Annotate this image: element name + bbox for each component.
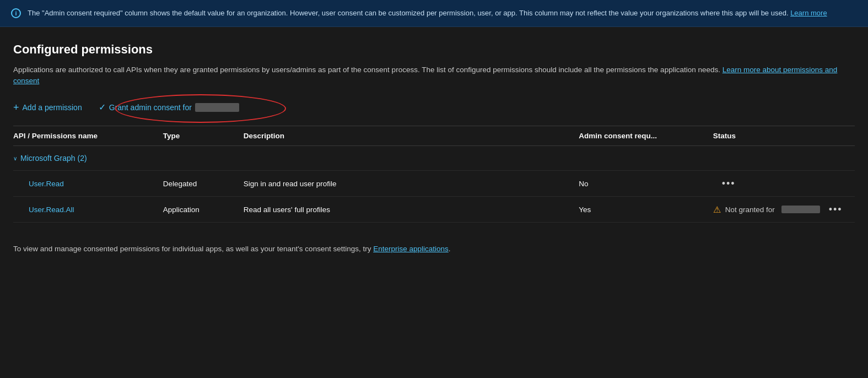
table-body: ∨ Microsoft Graph (2) User.Read Delegate… bbox=[13, 146, 855, 223]
footer-text: To view and manage consented permissions… bbox=[13, 245, 371, 253]
permissions-table: API / Permissions name Type Description … bbox=[13, 126, 855, 223]
checkmark-icon: ✓ bbox=[99, 102, 106, 112]
table-header: API / Permissions name Type Description … bbox=[13, 126, 855, 146]
user-read-all-description: Read all users' full profiles bbox=[241, 197, 577, 223]
user-read-description: Sign in and read user profile bbox=[241, 171, 577, 197]
banner-text: The "Admin consent required" column show… bbox=[28, 8, 827, 19]
user-read-status-cell: ••• bbox=[713, 177, 848, 190]
add-permission-label: Add a permission bbox=[23, 103, 82, 112]
col-description: Description bbox=[241, 126, 577, 146]
user-read-all-type: Application bbox=[161, 197, 241, 223]
toolbar: + Add a permission ✓ Grant admin consent… bbox=[13, 99, 855, 116]
col-api-name: API / Permissions name bbox=[13, 126, 161, 146]
banner-learn-more-link[interactable]: Learn more bbox=[790, 9, 827, 17]
grant-admin-consent-button[interactable]: ✓ Grant admin consent for bbox=[92, 99, 246, 116]
user-read-type: Delegated bbox=[161, 171, 241, 197]
info-icon: i bbox=[11, 8, 21, 18]
main-content: Configured permissions Applications are … bbox=[0, 27, 868, 267]
add-permission-button[interactable]: + Add a permission bbox=[13, 99, 88, 116]
table-row-user-read: User.Read Delegated Sign in and read use… bbox=[13, 171, 855, 197]
not-granted-text: Not granted for bbox=[725, 206, 775, 214]
table-row-user-read-all: User.Read.All Application Read all users… bbox=[13, 197, 855, 223]
chevron-down-icon: ∨ bbox=[13, 155, 17, 161]
user-read-admin-consent: No bbox=[576, 171, 710, 197]
footer: To view and manage consented permissions… bbox=[13, 245, 855, 253]
user-read-all-status-cell: ⚠ Not granted for ••• bbox=[713, 203, 848, 215]
page-title: Configured permissions bbox=[13, 42, 855, 57]
col-status: Status bbox=[711, 126, 855, 146]
warning-icon: ⚠ bbox=[713, 204, 721, 215]
info-banner: i The "Admin consent required" column sh… bbox=[0, 0, 868, 27]
user-read-all-admin-consent: Yes bbox=[576, 197, 710, 223]
user-read-all-more-options-button[interactable]: ••• bbox=[824, 203, 847, 215]
col-admin-consent: Admin consent requ... bbox=[576, 126, 710, 146]
col-type: Type bbox=[161, 126, 241, 146]
tenant-name-redacted-small bbox=[781, 206, 820, 213]
user-read-link[interactable]: User.Read bbox=[29, 180, 64, 188]
page-description: Applications are authorized to call APIs… bbox=[13, 64, 855, 87]
plus-icon: + bbox=[13, 102, 19, 112]
microsoft-graph-group-link[interactable]: Microsoft Graph (2) bbox=[20, 154, 87, 163]
tenant-name-redacted bbox=[195, 103, 239, 112]
grant-admin-label: Grant admin consent for bbox=[109, 103, 192, 112]
enterprise-applications-link[interactable]: Enterprise applications bbox=[373, 245, 449, 253]
group-row-microsoft-graph: ∨ Microsoft Graph (2) bbox=[13, 146, 855, 171]
user-read-more-options-button[interactable]: ••• bbox=[718, 177, 740, 190]
user-read-all-link[interactable]: User.Read.All bbox=[29, 206, 74, 214]
